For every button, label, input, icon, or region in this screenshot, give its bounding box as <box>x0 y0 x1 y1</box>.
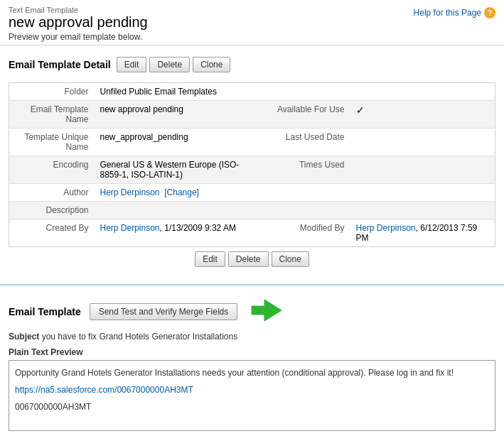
email-section-title: Email Template <box>9 306 81 317</box>
value-encoding: General US & Western Europe (ISO-8859-1,… <box>95 156 265 184</box>
email-section-header: Email Template Send Test and Verify Merg… <box>9 298 495 325</box>
table-row: Email TemplateName new approval pending … <box>9 101 495 129</box>
label-available: Available For Use <box>265 101 350 129</box>
edit-button-top[interactable]: Edit <box>117 57 147 72</box>
help-icon: ? <box>484 7 495 18</box>
url-link[interactable]: https://na5.salesforce.com/0067000000AH3… <box>15 383 489 396</box>
clone-button-top[interactable]: Clone <box>193 57 230 72</box>
label-last-used: Last Used Date <box>265 129 350 156</box>
table-row: Description <box>9 202 495 219</box>
label-template-name: Email TemplateName <box>9 101 95 129</box>
label-unique-name: Template UniqueName <box>9 129 95 156</box>
value-empty-0 <box>350 83 495 101</box>
plain-text-box: Opportunity Grand Hotels Generator Insta… <box>9 360 495 431</box>
svg-marker-0 <box>252 300 282 321</box>
table-row: Folder Unfiled Public Email Templates <box>9 83 495 101</box>
value-created-by: Herp Derpinson, 1/13/2009 9:32 AM <box>95 219 265 247</box>
help-link[interactable]: Help for this Page ? <box>414 7 495 18</box>
table-row: Template UniqueName new_approval_pending… <box>9 129 495 156</box>
top-button-row: Edit Delete Clone <box>117 53 231 77</box>
plain-text-label: Plain Text Preview <box>9 347 495 357</box>
page-subtitle: Preview your email template below. <box>9 32 495 42</box>
value-template-name: new approval pending <box>95 101 265 129</box>
value-last-used <box>350 129 495 156</box>
label-author: Author <box>9 184 95 202</box>
clone-button-bottom[interactable]: Clone <box>272 251 309 267</box>
value-empty-4 <box>350 184 495 202</box>
change-link[interactable]: [Change] <box>164 187 199 197</box>
subject-label: Subject <box>9 332 39 342</box>
value-unique-name: new_approval_pending <box>95 129 265 156</box>
label-created-by: Created By <box>9 219 95 247</box>
detail-section: Email Template Detail Edit Delete Clone … <box>0 45 504 278</box>
green-arrow-icon <box>250 298 283 325</box>
table-row: Author Herp Derpinson [Change] <box>9 184 495 202</box>
label-encoding: Encoding <box>9 156 95 184</box>
subject-line: Subject you have to fix Grand Hotels Gen… <box>9 332 495 342</box>
value-available: ✓ <box>350 101 495 129</box>
label-empty-5 <box>265 202 350 219</box>
edit-button-bottom[interactable]: Edit <box>195 251 225 267</box>
bottom-button-row: Edit Delete Clone <box>9 247 495 271</box>
send-test-button[interactable]: Send Test and Verify Merge Fields <box>90 303 238 320</box>
page-header: Text Email Template new approval pending… <box>0 0 504 45</box>
label-folder: Folder <box>9 83 95 101</box>
delete-button-top[interactable]: Delete <box>149 57 190 72</box>
value-empty-5 <box>350 202 495 219</box>
value-description <box>95 202 265 219</box>
label-modified-by: Modified By <box>265 219 350 247</box>
value-times-used <box>350 156 495 184</box>
section-header: Email Template Detail Edit Delete Clone <box>9 53 495 77</box>
modified-by-link[interactable]: Herp Derpinson <box>356 223 416 233</box>
plain-text-content: Opportunity Grand Hotels Generator Insta… <box>15 368 454 378</box>
help-link-text: Help for this Page <box>414 8 481 18</box>
email-template-section: Email Template Send Test and Verify Merg… <box>0 291 504 436</box>
record-id: 0067000000AH3MT <box>15 400 489 413</box>
section-title: Email Template Detail <box>9 59 111 70</box>
value-modified-by: Herp Derpinson, 6/12/2013 7:59 PM <box>350 219 495 247</box>
label-empty-0 <box>265 83 350 101</box>
detail-table: Folder Unfiled Public Email Templates Em… <box>9 82 495 247</box>
label-empty-4 <box>265 184 350 202</box>
value-folder: Unfiled Public Email Templates <box>95 83 265 101</box>
label-description: Description <box>9 202 95 219</box>
value-author: Herp Derpinson [Change] <box>95 184 265 202</box>
subject-text: you have to fix Grand Hotels Generator I… <box>42 332 237 342</box>
table-row: Encoding General US & Western Europe (IS… <box>9 156 495 184</box>
label-times-used: Times Used <box>265 156 350 184</box>
created-by-link[interactable]: Herp Derpinson <box>100 223 160 233</box>
delete-button-bottom[interactable]: Delete <box>228 251 269 267</box>
author-link[interactable]: Herp Derpinson <box>100 187 160 197</box>
section-divider <box>0 284 504 285</box>
table-row: Created By Herp Derpinson, 1/13/2009 9:3… <box>9 219 495 247</box>
